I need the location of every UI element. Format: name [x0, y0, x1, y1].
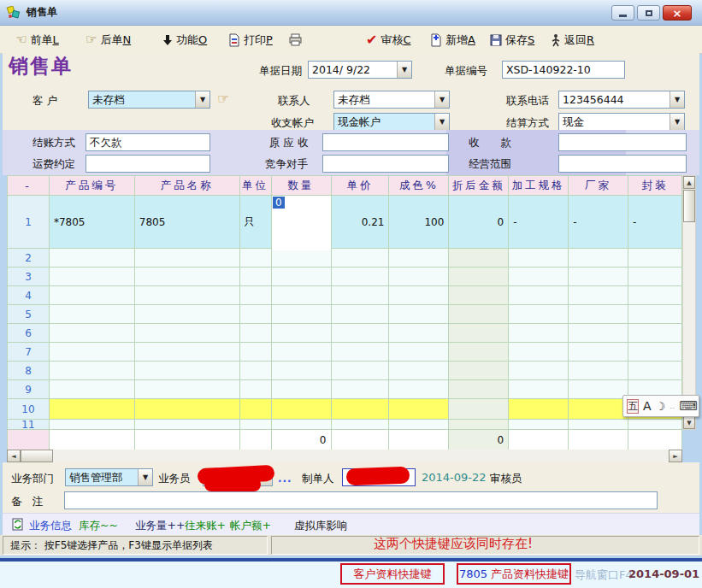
column-header-qty[interactable]: 数量 — [272, 176, 332, 196]
scroll-up-icon[interactable]: ▲ — [683, 176, 695, 189]
horizontal-scrollbar[interactable]: ◄ ► — [7, 450, 682, 462]
print-button[interactable]: 打印P — [228, 30, 273, 50]
cell-qty[interactable] — [272, 249, 332, 268]
dept-combo[interactable]: 销售管理部 ▼ — [65, 468, 153, 486]
cell-product_code[interactable] — [50, 399, 135, 420]
cell-product_code[interactable] — [50, 268, 135, 286]
minimize-button[interactable] — [611, 5, 634, 21]
cell-product_name[interactable] — [135, 399, 240, 420]
cell-unit[interactable] — [240, 268, 272, 286]
cell-product_name[interactable] — [135, 380, 240, 399]
cell-discounted_amount[interactable] — [449, 399, 509, 420]
scroll-track[interactable] — [53, 450, 669, 462]
cell-spec[interactable] — [509, 343, 569, 362]
account-combo[interactable]: 现金帐户 ▼ — [333, 113, 450, 131]
cell-purity[interactable] — [389, 324, 449, 343]
cell-price[interactable] — [332, 305, 390, 324]
column-header-product_code[interactable]: 产品编号 — [50, 176, 135, 196]
vertical-scrollbar[interactable]: ▲ ▼ — [682, 175, 696, 430]
ime-keyboard-icon[interactable]: ⌨ — [679, 398, 698, 414]
receipt-field[interactable] — [558, 133, 687, 151]
cell-discounted_amount[interactable] — [449, 362, 509, 380]
cell-manufacturer[interactable] — [569, 380, 628, 399]
cell-spec[interactable] — [509, 324, 569, 343]
column-header-product_name[interactable]: 产品名称 — [135, 176, 240, 196]
ime-wubi-button[interactable]: 五 — [627, 399, 639, 414]
scroll-right-icon[interactable]: ► — [669, 450, 682, 462]
add-button[interactable]: 新增A — [430, 30, 475, 50]
cell-spec[interactable] — [509, 399, 569, 420]
cell-spec[interactable] — [509, 380, 569, 399]
cell-qty[interactable] — [272, 380, 332, 399]
cell-unit[interactable] — [240, 249, 272, 268]
customer-shortcut-label[interactable]: 客户资料快捷键 — [354, 567, 432, 582]
competitor-field[interactable] — [322, 155, 449, 173]
remark-field[interactable] — [64, 491, 658, 509]
next-doc-button[interactable]: ☞ 后单N — [86, 30, 131, 50]
cell-price[interactable] — [332, 286, 390, 305]
cell-manufacturer[interactable] — [569, 324, 628, 343]
cell-spec[interactable] — [509, 268, 569, 286]
cell-price[interactable] — [332, 324, 390, 343]
cell-product_name[interactable] — [135, 324, 240, 343]
cell-manufacturer[interactable] — [569, 286, 628, 305]
cell-package[interactable] — [628, 268, 682, 286]
cell-manufacturer[interactable] — [569, 268, 628, 286]
cell-price[interactable] — [332, 362, 390, 380]
ime-halfwidth-icon[interactable]: ☽ — [656, 400, 666, 413]
stock-link[interactable]: 库存~~ — [79, 519, 118, 533]
cell-manufacturer[interactable] — [569, 362, 628, 380]
cell-product_code[interactable] — [50, 343, 135, 362]
column-header-discounted_amount[interactable]: 折后金额 — [449, 176, 509, 196]
freight-field[interactable] — [86, 155, 210, 173]
doc-no-field[interactable]: XSD-140922-10 — [502, 61, 625, 79]
cell-unit[interactable]: 只 — [240, 196, 272, 249]
pointer-finger-icon[interactable]: ☞ — [217, 91, 229, 107]
chevron-down-icon[interactable]: ▼ — [397, 62, 411, 78]
cell-product_name[interactable] — [135, 362, 240, 380]
column-header-package[interactable]: 封装 — [628, 176, 682, 196]
cell-purity[interactable] — [389, 305, 449, 324]
balance-field[interactable]: 不欠款 — [86, 133, 210, 151]
cell-unit[interactable] — [240, 305, 272, 324]
save-button[interactable]: 保存S — [490, 30, 534, 50]
cell-purity[interactable] — [389, 380, 449, 399]
cell-purity[interactable] — [389, 399, 449, 420]
column-header-spec[interactable]: 加工规格 — [509, 176, 569, 196]
chevron-down-icon[interactable]: ▼ — [434, 114, 449, 130]
cell-purity[interactable] — [389, 343, 449, 362]
scroll-down-icon[interactable]: ▼ — [683, 416, 695, 429]
chevron-down-icon[interactable]: ▼ — [195, 91, 209, 108]
cell-discounted_amount[interactable] — [449, 324, 509, 343]
nav-window-label[interactable]: 导航窗口F4 — [575, 567, 633, 583]
cell-product_code[interactable] — [50, 380, 135, 399]
cell-manufacturer[interactable] — [569, 343, 628, 362]
scroll-left-icon[interactable]: ◄ — [7, 450, 21, 462]
cell-product_name[interactable] — [135, 305, 240, 324]
column-header-unit[interactable]: 单位 — [240, 176, 272, 196]
cell-discounted_amount[interactable] — [449, 380, 509, 399]
cell-spec[interactable] — [509, 249, 569, 268]
cell-purity[interactable] — [389, 268, 449, 286]
more-button[interactable]: ... — [278, 473, 292, 485]
chevron-down-icon[interactable]: ▼ — [138, 469, 152, 485]
cell-product_name[interactable] — [135, 343, 240, 362]
volume-link[interactable]: 业务量++ — [135, 519, 185, 533]
cell-price[interactable] — [332, 380, 390, 399]
cell-qty[interactable] — [272, 268, 332, 286]
cell-spec[interactable] — [509, 420, 569, 430]
cell-unit[interactable] — [240, 380, 272, 399]
cell-purity[interactable] — [389, 249, 449, 268]
cell-product_code[interactable] — [50, 305, 135, 324]
contact-combo[interactable]: 未存档 ▼ — [333, 91, 450, 109]
vertical-scroll-thumb[interactable] — [683, 190, 695, 222]
cell-manufacturer[interactable] — [569, 399, 628, 420]
cell-price[interactable] — [332, 399, 390, 420]
cell-purity[interactable] — [389, 362, 449, 380]
cell-spec[interactable] — [509, 286, 569, 305]
cell-package[interactable] — [628, 420, 682, 430]
cell-spec[interactable]: - — [509, 196, 569, 249]
cell-price[interactable] — [332, 249, 390, 268]
cell-qty[interactable] — [272, 420, 332, 430]
cell-qty[interactable] — [272, 399, 332, 420]
